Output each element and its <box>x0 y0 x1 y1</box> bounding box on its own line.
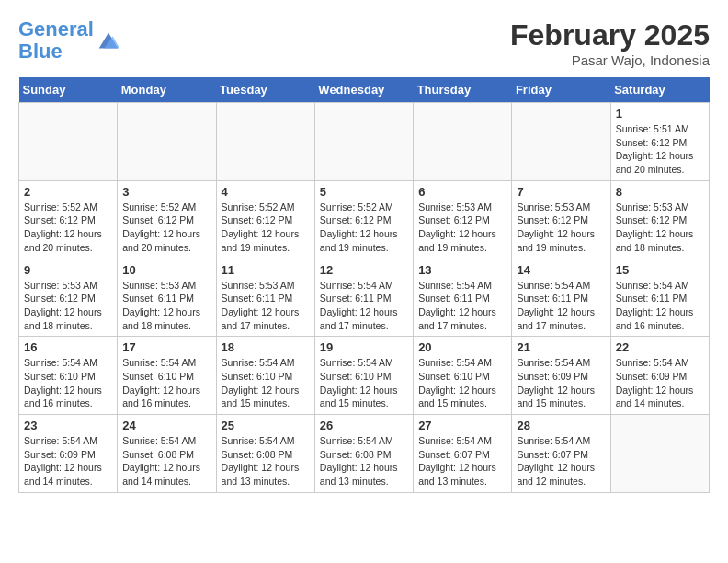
weekday-header-wednesday: Wednesday <box>314 77 413 103</box>
calendar-cell <box>610 415 709 493</box>
calendar-cell: 4Sunrise: 5:52 AM Sunset: 6:12 PM Daylig… <box>216 180 314 259</box>
calendar-table: SundayMondayTuesdayWednesdayThursdayFrid… <box>18 77 710 493</box>
calendar-cell: 22Sunrise: 5:54 AM Sunset: 6:09 PM Dayli… <box>610 337 709 415</box>
day-number: 17 <box>122 340 210 354</box>
day-number: 25 <box>222 419 310 432</box>
day-info: Sunrise: 5:54 AM Sunset: 6:08 PM Dayligh… <box>122 434 210 488</box>
day-number: 3 <box>122 185 210 199</box>
day-number: 20 <box>418 340 506 354</box>
day-info: Sunrise: 5:53 AM Sunset: 6:11 PM Dayligh… <box>222 279 310 333</box>
calendar-cell <box>314 103 413 181</box>
day-info: Sunrise: 5:54 AM Sunset: 6:11 PM Dayligh… <box>418 279 506 333</box>
day-info: Sunrise: 5:54 AM Sunset: 6:08 PM Dayligh… <box>222 434 310 488</box>
day-info: Sunrise: 5:54 AM Sunset: 6:11 PM Dayligh… <box>320 279 408 333</box>
day-number: 24 <box>122 419 210 432</box>
calendar-cell: 23Sunrise: 5:54 AM Sunset: 6:09 PM Dayli… <box>19 415 118 493</box>
calendar-cell: 11Sunrise: 5:53 AM Sunset: 6:11 PM Dayli… <box>216 259 314 337</box>
calendar-cell: 25Sunrise: 5:54 AM Sunset: 6:08 PM Dayli… <box>216 415 314 493</box>
day-info: Sunrise: 5:54 AM Sunset: 6:07 PM Dayligh… <box>418 434 506 488</box>
day-info: Sunrise: 5:53 AM Sunset: 6:12 PM Dayligh… <box>418 201 506 255</box>
day-number: 19 <box>320 340 408 354</box>
weekday-header-tuesday: Tuesday <box>216 77 314 103</box>
calendar-week-1: 1Sunrise: 5:51 AM Sunset: 6:12 PM Daylig… <box>19 103 710 181</box>
calendar-cell: 13Sunrise: 5:54 AM Sunset: 6:11 PM Dayli… <box>414 259 512 337</box>
day-info: Sunrise: 5:53 AM Sunset: 6:12 PM Dayligh… <box>517 201 605 255</box>
calendar-cell: 14Sunrise: 5:54 AM Sunset: 6:11 PM Dayli… <box>512 259 610 337</box>
calendar-cell <box>216 103 314 181</box>
logo-icon <box>96 28 121 53</box>
day-number: 15 <box>616 263 704 277</box>
location: Pasar Wajo, Indonesia <box>510 52 710 68</box>
day-number: 26 <box>320 419 408 432</box>
day-info: Sunrise: 5:54 AM Sunset: 6:11 PM Dayligh… <box>517 279 605 333</box>
day-number: 9 <box>24 263 112 277</box>
day-number: 11 <box>222 263 310 277</box>
calendar-week-2: 2Sunrise: 5:52 AM Sunset: 6:12 PM Daylig… <box>19 180 710 259</box>
calendar-cell: 9Sunrise: 5:53 AM Sunset: 6:12 PM Daylig… <box>19 259 118 337</box>
day-info: Sunrise: 5:54 AM Sunset: 6:11 PM Dayligh… <box>616 279 704 333</box>
day-info: Sunrise: 5:54 AM Sunset: 6:10 PM Dayligh… <box>222 356 310 410</box>
day-info: Sunrise: 5:52 AM Sunset: 6:12 PM Dayligh… <box>24 201 112 255</box>
day-number: 14 <box>517 263 605 277</box>
weekday-header-saturday: Saturday <box>610 77 709 103</box>
calendar-week-4: 16Sunrise: 5:54 AM Sunset: 6:10 PM Dayli… <box>19 337 710 415</box>
day-info: Sunrise: 5:53 AM Sunset: 6:12 PM Dayligh… <box>24 279 112 333</box>
calendar-cell: 21Sunrise: 5:54 AM Sunset: 6:09 PM Dayli… <box>512 337 610 415</box>
day-number: 1 <box>616 107 704 121</box>
calendar-cell: 20Sunrise: 5:54 AM Sunset: 6:10 PM Dayli… <box>414 337 512 415</box>
day-number: 5 <box>320 185 408 199</box>
calendar-week-5: 23Sunrise: 5:54 AM Sunset: 6:09 PM Dayli… <box>19 415 710 493</box>
calendar-cell <box>19 103 118 181</box>
calendar-cell: 6Sunrise: 5:53 AM Sunset: 6:12 PM Daylig… <box>414 180 512 259</box>
calendar-cell: 8Sunrise: 5:53 AM Sunset: 6:12 PM Daylig… <box>610 180 709 259</box>
day-number: 23 <box>24 419 112 432</box>
day-number: 16 <box>24 340 112 354</box>
day-number: 7 <box>517 185 605 199</box>
month-title: February 2025 <box>510 18 710 52</box>
weekday-header-row: SundayMondayTuesdayWednesdayThursdayFrid… <box>19 77 710 103</box>
calendar-cell: 27Sunrise: 5:54 AM Sunset: 6:07 PM Dayli… <box>414 415 512 493</box>
calendar-cell: 17Sunrise: 5:54 AM Sunset: 6:10 PM Dayli… <box>118 337 216 415</box>
calendar-cell <box>414 103 512 181</box>
day-number: 10 <box>122 263 210 277</box>
weekday-header-friday: Friday <box>512 77 610 103</box>
day-number: 21 <box>517 340 605 354</box>
calendar-cell: 3Sunrise: 5:52 AM Sunset: 6:12 PM Daylig… <box>118 180 216 259</box>
day-number: 2 <box>24 185 112 199</box>
day-number: 4 <box>222 185 310 199</box>
day-number: 12 <box>320 263 408 277</box>
day-number: 13 <box>418 263 506 277</box>
calendar-cell: 2Sunrise: 5:52 AM Sunset: 6:12 PM Daylig… <box>19 180 118 259</box>
day-info: Sunrise: 5:54 AM Sunset: 6:10 PM Dayligh… <box>418 356 506 410</box>
day-info: Sunrise: 5:54 AM Sunset: 6:10 PM Dayligh… <box>320 356 408 410</box>
day-info: Sunrise: 5:54 AM Sunset: 6:10 PM Dayligh… <box>24 356 112 410</box>
weekday-header-sunday: Sunday <box>19 77 118 103</box>
calendar-cell: 1Sunrise: 5:51 AM Sunset: 6:12 PM Daylig… <box>610 103 709 181</box>
day-info: Sunrise: 5:54 AM Sunset: 6:09 PM Dayligh… <box>24 434 112 488</box>
calendar-cell <box>512 103 610 181</box>
logo-line2: Blue <box>18 40 63 63</box>
day-info: Sunrise: 5:52 AM Sunset: 6:12 PM Dayligh… <box>222 201 310 255</box>
day-number: 22 <box>616 340 704 354</box>
day-info: Sunrise: 5:54 AM Sunset: 6:07 PM Dayligh… <box>517 434 605 488</box>
weekday-header-monday: Monday <box>118 77 216 103</box>
calendar-cell: 16Sunrise: 5:54 AM Sunset: 6:10 PM Dayli… <box>19 337 118 415</box>
day-number: 28 <box>517 419 605 432</box>
day-number: 27 <box>418 419 506 432</box>
day-info: Sunrise: 5:54 AM Sunset: 6:09 PM Dayligh… <box>616 356 704 410</box>
calendar-cell: 7Sunrise: 5:53 AM Sunset: 6:12 PM Daylig… <box>512 180 610 259</box>
calendar-cell: 15Sunrise: 5:54 AM Sunset: 6:11 PM Dayli… <box>610 259 709 337</box>
calendar-cell: 26Sunrise: 5:54 AM Sunset: 6:08 PM Dayli… <box>314 415 413 493</box>
logo: General Blue <box>18 18 121 63</box>
calendar-cell: 18Sunrise: 5:54 AM Sunset: 6:10 PM Dayli… <box>216 337 314 415</box>
calendar-cell: 19Sunrise: 5:54 AM Sunset: 6:10 PM Dayli… <box>314 337 413 415</box>
day-info: Sunrise: 5:53 AM Sunset: 6:12 PM Dayligh… <box>616 201 704 255</box>
logo-text: General Blue <box>18 18 94 63</box>
calendar-cell: 10Sunrise: 5:53 AM Sunset: 6:11 PM Dayli… <box>118 259 216 337</box>
day-info: Sunrise: 5:51 AM Sunset: 6:12 PM Dayligh… <box>616 122 704 177</box>
calendar-cell: 24Sunrise: 5:54 AM Sunset: 6:08 PM Dayli… <box>118 415 216 493</box>
day-info: Sunrise: 5:52 AM Sunset: 6:12 PM Dayligh… <box>320 201 408 255</box>
page-header: General Blue February 2025 Pasar Wajo, I… <box>18 18 710 68</box>
day-number: 18 <box>222 340 310 354</box>
calendar-cell: 5Sunrise: 5:52 AM Sunset: 6:12 PM Daylig… <box>314 180 413 259</box>
